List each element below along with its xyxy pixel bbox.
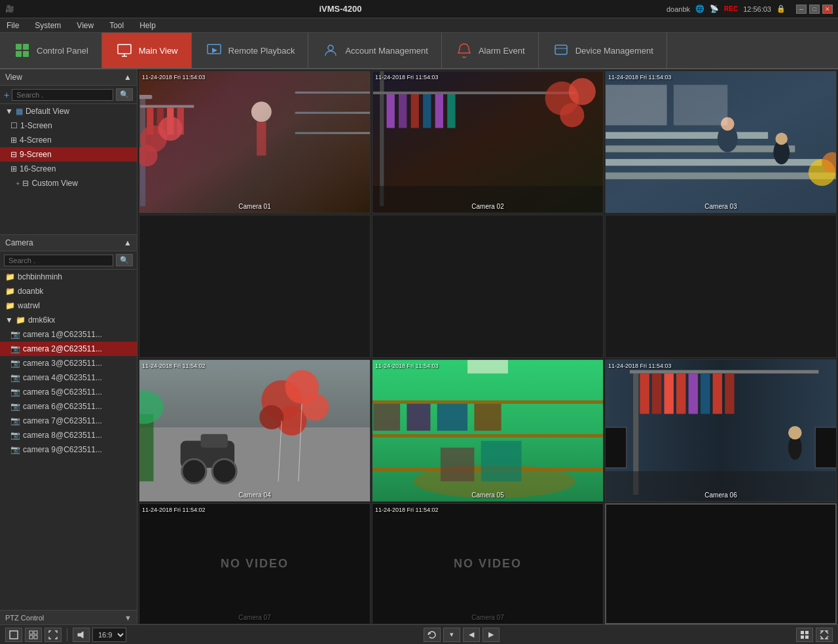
tab-remote-playback[interactable]: Remote Playback xyxy=(192,33,309,68)
default-view-label: Default View xyxy=(26,107,69,116)
camera-cell-2[interactable]: 11-24-2018 Fri 11:54:03 Camera 02 xyxy=(372,71,604,213)
tab-main-view[interactable]: Main View xyxy=(102,33,192,68)
svg-point-38 xyxy=(560,103,584,127)
svg-rect-54 xyxy=(139,427,370,501)
menu-tool[interactable]: Tool xyxy=(105,20,128,31)
title-bar-left: 🎥 xyxy=(5,5,14,13)
main-layout: View ▲ + 🔍 ▼ ▦ Default View ☐ 1-Screen ⊞… xyxy=(0,69,838,624)
camera-cell-7[interactable]: 11-24-2018 Fri 11:54:02 Camera 04 xyxy=(139,359,371,502)
tree-default-view[interactable]: ▼ ▦ Default View xyxy=(0,104,137,118)
menu-system[interactable]: System xyxy=(31,20,65,31)
tree-group-bchbinhminh[interactable]: 📁 bchbinhminh xyxy=(0,270,137,284)
svg-rect-94 xyxy=(606,427,627,468)
menu-help[interactable]: Help xyxy=(136,20,160,31)
camera-cell-3[interactable]: 11-24-2018 Fri 11:54:03 Camera 03 xyxy=(605,71,837,213)
list-item[interactable]: 📷 camera 2@C623511... xyxy=(0,342,137,356)
camera-cell-12[interactable] xyxy=(605,503,837,624)
tree-group-dmk6kx[interactable]: ▼ 📁 dmk6kx xyxy=(0,313,137,327)
device-management-icon xyxy=(552,41,570,60)
camera-cell-11[interactable]: 11-24-2018 Fri 11:54:02 NO VIDEO Camera … xyxy=(372,503,604,624)
minimize-button[interactable]: ─ xyxy=(796,5,807,14)
camera-section-label: Camera xyxy=(5,238,33,247)
close-button[interactable]: ✕ xyxy=(822,5,833,14)
camera-cell-8[interactable]: 11-24-2018 Fri 11:54:03 Camera 05 xyxy=(372,359,604,502)
svg-rect-82 xyxy=(630,370,818,373)
camera-cell-10[interactable]: 11-24-2018 Fri 11:54:02 NO VIDEO Camera … xyxy=(139,503,371,624)
svg-rect-83 xyxy=(640,373,649,414)
four-screen-button[interactable] xyxy=(25,628,42,642)
svg-rect-98 xyxy=(34,631,37,634)
list-item[interactable]: 📷 camera 7@C623511... xyxy=(0,414,137,428)
list-item[interactable]: 📷 camera 5@C623511... xyxy=(0,385,137,399)
camera6-icon: 📷 xyxy=(10,402,20,411)
menu-view[interactable]: View xyxy=(73,20,98,31)
camera-cell-9[interactable]: 11-24-2018 Fri 11:54:03 Camera 06 xyxy=(605,359,837,502)
svg-rect-69 xyxy=(373,400,603,403)
main-view-icon xyxy=(115,41,134,60)
tab-control-panel[interactable]: Control Panel xyxy=(0,33,102,68)
tree-custom-view[interactable]: + ⊟ Custom View xyxy=(0,176,137,190)
ptz-toggle[interactable]: ▼ xyxy=(124,614,132,622)
refresh-button[interactable] xyxy=(424,628,441,642)
svg-point-48 xyxy=(775,133,788,145)
camera7-icon: 📷 xyxy=(10,416,20,425)
tree-group-doanbk[interactable]: 📁 doanbk xyxy=(0,284,137,298)
tab-device-management[interactable]: Device Management xyxy=(539,33,667,68)
list-item[interactable]: 📷 camera 4@C623511... xyxy=(0,370,137,385)
list-item[interactable]: 📷 camera 3@C623511... xyxy=(0,356,137,370)
view-search-input[interactable] xyxy=(12,89,113,101)
maximize-button[interactable]: □ xyxy=(809,5,820,14)
dropdown-button[interactable]: ▾ xyxy=(443,628,460,642)
tree-16screen[interactable]: ⊞ 16-Screen xyxy=(0,162,137,176)
add-view-button[interactable]: + xyxy=(4,90,9,100)
svg-rect-3 xyxy=(23,51,29,57)
tree-9screen[interactable]: ⊟ 9-Screen xyxy=(0,147,137,162)
tab-account-management[interactable]: Account Management xyxy=(308,33,441,68)
camera8-label: camera 8@C623511... xyxy=(23,431,102,440)
svg-point-62 xyxy=(302,393,329,420)
tab-alarm-event[interactable]: Alarm Event xyxy=(442,33,539,68)
svg-rect-78 xyxy=(481,440,522,481)
grid-view-button[interactable] xyxy=(796,628,813,642)
svg-rect-84 xyxy=(652,373,661,414)
tree-1screen[interactable]: ☐ 1-Screen xyxy=(0,118,137,133)
camera-cell-1[interactable]: 11-24-2018 Fri 11:54:03 Camera 01 xyxy=(139,71,371,213)
camera-section-header[interactable]: Camera ▲ xyxy=(0,235,137,251)
view-search-button[interactable]: 🔍 xyxy=(116,88,133,101)
volume-button[interactable] xyxy=(73,628,90,642)
camera-search-input[interactable] xyxy=(4,255,113,266)
tree-4screen[interactable]: ⊞ 4-Screen xyxy=(0,133,137,147)
svg-rect-87 xyxy=(689,373,698,414)
folder-dmk6kx-icon: 📁 xyxy=(16,315,26,325)
list-item[interactable]: 📷 camera 1@C623511... xyxy=(0,327,137,342)
camera5-icon: 📷 xyxy=(10,387,20,397)
single-screen-button[interactable] xyxy=(5,628,22,642)
svg-rect-102 xyxy=(801,631,804,634)
view-section-label: View xyxy=(5,73,22,82)
aspect-ratio-select[interactable]: 16:9 4:3 1:1 xyxy=(92,628,126,642)
tree-group-watrwl[interactable]: 📁 watrwl xyxy=(0,298,137,313)
camera2-icon: 📷 xyxy=(10,344,20,353)
list-item[interactable]: 📷 camera 9@C623511... xyxy=(0,442,137,457)
fullscreen-button[interactable] xyxy=(45,628,62,642)
view-section-header[interactable]: View ▲ xyxy=(0,69,137,86)
svg-rect-86 xyxy=(676,373,685,414)
camera-timestamp-9: 11-24-2018 Fri 11:54:03 xyxy=(608,363,672,369)
svg-rect-35 xyxy=(447,94,455,128)
screen4-icon: ⊞ xyxy=(10,135,17,145)
view-collapse-icon: ▲ xyxy=(124,73,132,82)
svg-rect-50 xyxy=(674,85,727,126)
camera-cell-5[interactable] xyxy=(372,215,604,357)
camera-cell-4[interactable] xyxy=(139,215,371,357)
feed-svg-2 xyxy=(373,71,603,213)
lock-icon: 🔒 xyxy=(776,5,786,13)
list-item[interactable]: 📷 camera 8@C623511... xyxy=(0,428,137,442)
menu-file[interactable]: File xyxy=(3,20,23,31)
view-tree: ▼ ▦ Default View ☐ 1-Screen ⊞ 4-Screen ⊟… xyxy=(0,104,137,235)
next-button[interactable]: ▶ xyxy=(483,628,500,642)
camera-cell-6[interactable] xyxy=(605,215,837,357)
prev-button[interactable]: ◀ xyxy=(463,628,480,642)
expand-button[interactable] xyxy=(816,628,833,642)
camera-search-button[interactable]: 🔍 xyxy=(116,254,133,266)
list-item[interactable]: 📷 camera 6@C623511... xyxy=(0,399,137,414)
